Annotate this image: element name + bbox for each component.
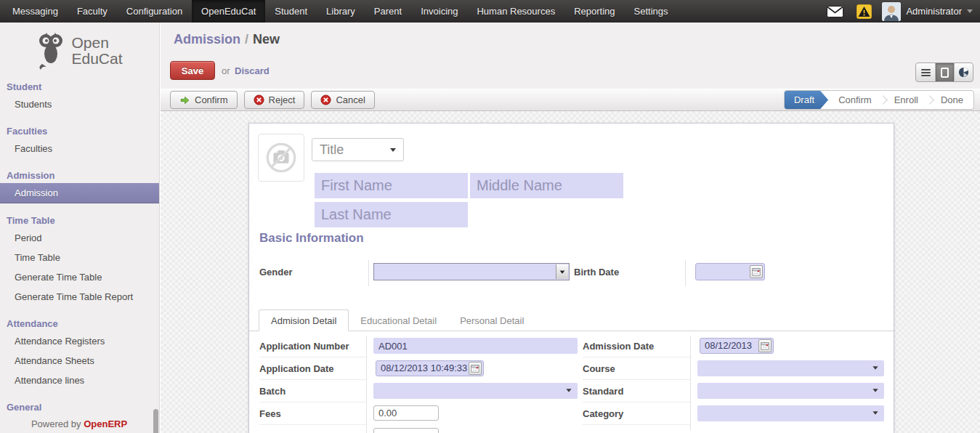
cancel-button[interactable]: Cancel [311,91,374,109]
red-cross-icon [254,94,264,105]
category-select[interactable] [697,405,884,421]
reject-button[interactable]: Reject [244,91,305,109]
birth-date-label: Birth Date [574,267,619,278]
form-icon [941,68,949,78]
sidebar-item-attendance-lines[interactable]: Attendance lines [0,371,159,390]
state-confirm[interactable]: Confirm [828,94,882,105]
course-select[interactable] [697,360,884,376]
admission-date-input[interactable]: 08/12/2013 [700,338,774,354]
sidebar-item-period[interactable]: Period [0,228,159,248]
breadcrumb: Admission/New [174,32,280,47]
last-name-input[interactable] [315,202,468,227]
powered-by-footer: Powered by OpenERP [0,416,158,433]
photo-placeholder[interactable] [258,134,304,182]
course-label-cell: Course [583,358,690,380]
breadcrumb-admission-link[interactable]: Admission [174,32,240,46]
sidebar: Open EduCat Student Students Faculties F… [0,23,160,433]
sidebar-item-generate-time-table-report[interactable]: Generate Time Table Report [0,287,159,307]
menu-library[interactable]: Library [317,0,365,23]
user-avatar[interactable] [882,2,901,21]
menu-student[interactable]: Student [265,0,317,23]
menu-parent[interactable]: Parent [365,0,411,23]
admission-date-label-cell: Admission Date [583,336,690,357]
topbar-right: Administrator [827,2,980,21]
breadcrumb-current: New [253,32,280,46]
middle-name-input[interactable] [470,173,623,198]
category-label-cell: Category [583,403,690,425]
view-switcher [915,62,973,82]
menu-messaging[interactable]: Messaging [3,0,68,23]
title-select-value: Title [320,142,344,158]
label-separator [366,336,367,433]
openeducat-logo: Open EduCat [0,32,159,70]
chevron-down-icon[interactable] [967,9,973,13]
list-view-button[interactable] [916,63,935,81]
sidebar-section-faculties: Faculties Faculties [0,124,159,158]
chevron-down-icon [872,389,878,392]
breadcrumb-separator: / [245,32,248,46]
state-done[interactable]: Done [931,94,973,105]
batch-select[interactable] [373,383,578,399]
form-view-button[interactable] [935,63,954,81]
sidebar-item-faculties[interactable]: Faculties [0,139,159,158]
red-cross-icon [320,94,331,105]
sidebar-header-time-table: Time Table [0,213,159,228]
menu-openeducat[interactable]: OpenEduCat [192,0,265,23]
dropdown-button[interactable] [556,264,568,279]
sidebar-header-faculties: Faculties [0,124,159,139]
state-draft[interactable]: Draft [785,91,828,109]
save-button[interactable]: Save [170,61,215,80]
application-number-input[interactable] [373,338,578,354]
warning-icon[interactable] [857,4,872,19]
notebook-tabs: Admision Detail Educational Detail Perso… [249,309,894,331]
user-menu[interactable]: Administrator [906,6,962,17]
sidebar-item-students[interactable]: Students [0,94,159,114]
menu-faculty[interactable]: Faculty [68,0,117,23]
logo-text: Open EduCat [71,35,122,67]
calendar-button[interactable] [758,339,772,352]
menu-configuration[interactable]: Configuration [117,0,192,23]
menu-human-resources[interactable]: Human Resources [467,0,564,23]
sidebar-item-admission[interactable]: Admission [0,183,159,203]
fees-input[interactable] [373,405,439,421]
discard-link[interactable]: Discard [235,65,270,76]
sidebar-item-time-table[interactable]: Time Table [0,248,159,267]
application-number-label-cell: Application Number [259,336,367,357]
calendar-button[interactable] [469,362,482,375]
confirm-button[interactable]: Confirm [170,91,238,109]
list-icon [921,69,931,76]
title-select[interactable]: Title [312,138,404,161]
first-name-input[interactable] [315,173,468,198]
topbar-menu: Messaging Faculty Configuration OpenEduC… [0,0,678,23]
tab-personal-detail[interactable]: Personal Detail [448,309,535,331]
openerp-brand[interactable]: OpenERP [84,418,127,429]
label-separator [368,260,369,286]
due-date-input[interactable] [373,428,439,433]
chevron-down-icon [872,411,878,415]
chevron-down-icon [390,148,396,152]
application-date-input[interactable]: 08/12/2013 10:49:33 [376,360,484,376]
state-enroll[interactable]: Enroll [884,94,928,105]
section-title: Basic Information [259,231,364,246]
menu-invoicing[interactable]: Invoicing [411,0,467,23]
mail-icon[interactable] [827,6,843,17]
menu-settings[interactable]: Settings [625,0,678,23]
standard-label-cell: Standard [583,381,690,402]
sidebar-item-generate-time-table[interactable]: Generate Time Table [0,267,159,287]
gender-label: Gender [259,267,293,278]
kanban-view-button[interactable] [954,63,973,81]
calendar-button[interactable] [750,265,763,278]
menu-reporting[interactable]: Reporting [564,0,624,23]
sidebar-header-general: General [0,400,159,415]
sidebar-item-attendance-registers[interactable]: Attendance Registers [0,331,159,351]
tab-admision-detail[interactable]: Admision Detail [259,309,349,331]
tab-educational-detail[interactable]: Educational Detail [349,309,448,331]
birth-date-input[interactable] [695,263,765,280]
sidebar-scrollbar-thumb[interactable] [153,409,158,433]
sidebar-header-attendance: Attendance [0,316,159,331]
sidebar-item-attendance-sheets[interactable]: Attendance Sheets [0,351,159,371]
standard-select[interactable] [697,383,884,399]
no-camera-icon [264,141,298,174]
topbar: Messaging Faculty Configuration OpenEduC… [0,0,980,23]
gender-select[interactable] [373,263,570,280]
